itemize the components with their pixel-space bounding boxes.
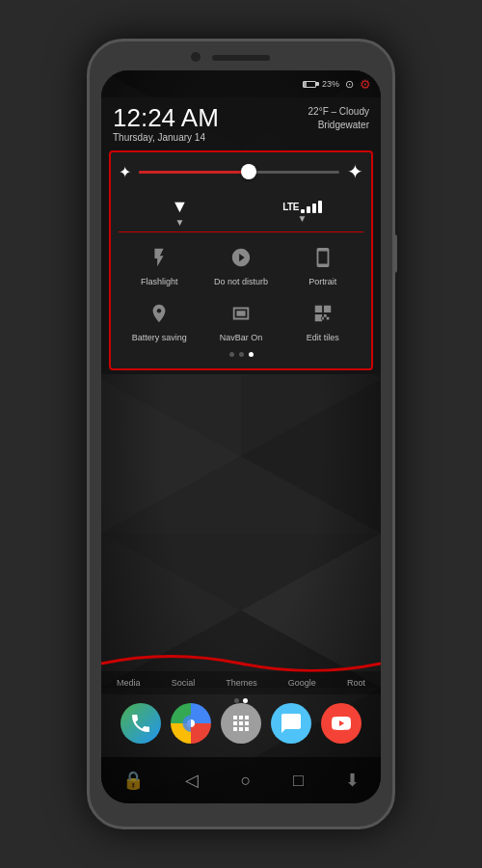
weather-block: 22°F – Cloudy Bridgewater <box>308 105 369 132</box>
wifi-section[interactable]: ▼ ▼ <box>119 197 241 228</box>
signal-bars <box>301 201 322 213</box>
weather-location: Bridgewater <box>308 119 369 132</box>
navbar-icon <box>226 298 256 329</box>
cat-tab-social[interactable]: Social <box>166 675 201 691</box>
svg-marker-9 <box>101 379 241 533</box>
wallpaper: 23% ⊙ ⚙ 12:24 AM Thursday, January 14 22… <box>101 70 381 803</box>
nav-recent-icon[interactable]: □ <box>293 771 304 791</box>
clock-date: Thursday, January 14 <box>113 132 219 143</box>
phone-speaker <box>212 55 270 61</box>
brightness-slider[interactable] <box>139 171 339 174</box>
time-weather-row: 12:24 AM Thursday, January 14 22°F – Clo… <box>113 105 369 143</box>
signal-bar-3 <box>312 203 316 213</box>
app-icon-phone[interactable] <box>120 703 161 744</box>
wifi-icon: ▼ <box>172 197 189 217</box>
edit-tiles-icon <box>308 298 338 329</box>
clock-time: 12:24 AM <box>113 105 219 130</box>
cat-tab-google[interactable]: Google <box>282 675 322 691</box>
page-dot-1 <box>229 352 234 357</box>
portrait-label: Portrait <box>308 277 336 286</box>
svg-marker-10 <box>241 379 381 533</box>
tiles-row-2: Battery saving NavBar On <box>119 292 363 348</box>
signal-bar-2 <box>307 206 310 213</box>
edit-tiles-label: Edit tiles <box>307 333 339 342</box>
battery-percent: 23% <box>322 79 339 89</box>
portrait-icon <box>308 242 338 273</box>
brightness-row: ✦ ✦ <box>119 160 363 183</box>
tile-edit[interactable]: Edit tiles <box>289 298 357 342</box>
settings-icon[interactable]: ⚙ <box>360 77 371 92</box>
dnd-icon <box>226 242 256 273</box>
tile-dnd[interactable]: Do not disturb <box>207 242 275 286</box>
lte-dropdown: ▼ <box>298 213 308 224</box>
page-dots <box>119 348 363 361</box>
dnd-label: Do not disturb <box>214 277 268 286</box>
cat-tab-media[interactable]: Media <box>111 675 147 691</box>
phone-frame: 23% ⊙ ⚙ 12:24 AM Thursday, January 14 22… <box>87 39 395 829</box>
lte-section[interactable]: LTE ▼ <box>241 201 363 224</box>
cat-tab-themes[interactable]: Themes <box>220 675 263 691</box>
notification-panel: 12:24 AM Thursday, January 14 22°F – Clo… <box>101 97 381 374</box>
brightness-thumb[interactable] <box>241 164 256 179</box>
category-tabs: Media Social Themes Google Root <box>101 671 381 694</box>
phone-screen: 23% ⊙ ⚙ 12:24 AM Thursday, January 14 22… <box>101 70 381 803</box>
network-row: ▼ ▼ LTE <box>119 193 363 232</box>
weather-temp: 22°F – Cloudy <box>308 105 369 119</box>
signal-bar-4 <box>318 201 322 213</box>
phone-camera <box>191 52 201 62</box>
navbar-label: NavBar On <box>220 333 263 342</box>
flashlight-label: Flashlight <box>141 277 178 286</box>
brightness-high-icon: ✦ <box>347 160 363 183</box>
tile-flashlight[interactable]: Flashlight <box>125 242 193 286</box>
battery-saving-label: Battery saving <box>132 333 187 342</box>
nav-home-icon[interactable]: ○ <box>241 771 252 791</box>
battery-icon <box>303 81 316 88</box>
tile-navbar[interactable]: NavBar On <box>207 298 275 342</box>
navigation-bar: 🔒 ◁ ○ □ ⬇ <box>101 757 381 803</box>
page-dot-2 <box>239 352 244 357</box>
nav-lock-icon[interactable]: 🔒 <box>122 770 144 791</box>
svg-rect-20 <box>236 311 245 316</box>
cat-tab-root[interactable]: Root <box>341 675 371 691</box>
wifi-dropdown: ▼ <box>175 217 185 228</box>
tile-battery-saving[interactable]: Battery saving <box>125 298 193 342</box>
app-icon-chrome[interactable] <box>171 703 211 744</box>
speedo-icon: ⊙ <box>345 78 354 91</box>
power-button[interactable] <box>392 234 397 273</box>
flashlight-icon <box>144 242 174 273</box>
lte-label: LTE <box>282 202 299 212</box>
time-block: 12:24 AM Thursday, January 14 <box>113 105 219 143</box>
brightness-low-icon: ✦ <box>119 163 131 181</box>
page-dot-3 <box>249 352 254 357</box>
svg-marker-19 <box>101 765 381 803</box>
tiles-row-1: Flashlight Do not disturb <box>119 236 363 292</box>
battery-saving-icon <box>144 298 174 329</box>
svg-marker-12 <box>101 533 381 610</box>
lte-group: LTE <box>282 201 322 213</box>
status-bar: 23% ⊙ ⚙ <box>101 70 381 97</box>
status-icons: 23% ⊙ ⚙ <box>303 77 371 92</box>
svg-marker-11 <box>101 456 381 533</box>
tile-portrait[interactable]: Portrait <box>289 242 357 286</box>
brightness-fill <box>139 171 249 174</box>
nav-back-icon[interactable]: ◁ <box>185 770 199 791</box>
nav-download-icon[interactable]: ⬇ <box>345 770 360 791</box>
app-icon-messages[interactable] <box>271 703 311 744</box>
app-icon-youtube[interactable] <box>321 703 362 744</box>
quick-settings-panel: ✦ ✦ ▼ ▼ <box>109 150 373 370</box>
app-icon-grid[interactable] <box>221 703 261 744</box>
